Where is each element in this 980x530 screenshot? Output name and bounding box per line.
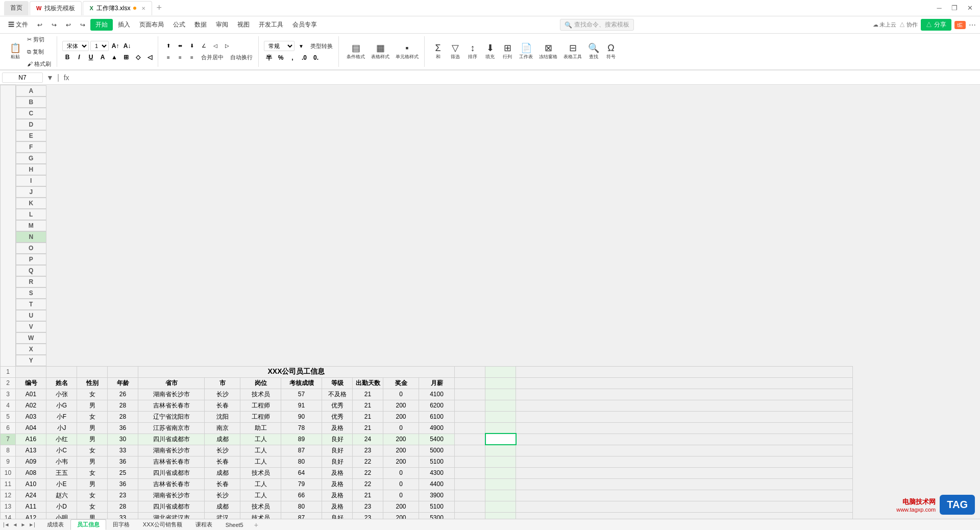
cell-A13[interactable]: A11 — [16, 501, 46, 512]
cell-C10[interactable]: 女 — [77, 467, 108, 478]
col-header-U[interactable]: U — [16, 310, 46, 321]
bold-button[interactable]: B — [62, 52, 72, 62]
formula-input[interactable] — [74, 73, 978, 82]
col-header-B[interactable]: B — [16, 97, 46, 108]
row-num-4[interactable]: 4 — [1, 400, 16, 411]
cell-D10[interactable]: 25 — [108, 467, 138, 478]
col-header-V[interactable]: V — [16, 321, 46, 332]
cell-J10[interactable]: 22 — [353, 467, 383, 478]
font-name-select[interactable]: 宋体 — [62, 41, 89, 51]
cell-rest4[interactable] — [516, 400, 853, 411]
cell-H13[interactable]: 80 — [281, 501, 322, 512]
cell-E10[interactable]: 四川省成都市 — [138, 467, 205, 478]
row-num-14[interactable]: 14 — [1, 512, 16, 519]
cell-G6[interactable]: 助工 — [240, 422, 281, 433]
sum-button[interactable]: Σ 和 — [430, 38, 446, 65]
type-convert-button[interactable]: 类型转换 — [308, 40, 335, 52]
underline-button[interactable]: U — [86, 52, 96, 62]
col-header-G[interactable]: G — [16, 153, 46, 164]
align-top-button[interactable]: ⬆ — [163, 40, 174, 51]
col-header-S[interactable]: S — [16, 287, 46, 299]
cell-E6[interactable]: 江苏省南京市 — [138, 422, 205, 433]
cell-D11[interactable]: 36 — [108, 478, 138, 490]
cell-B1[interactable] — [46, 366, 77, 377]
cell-F14[interactable]: 武汉 — [205, 512, 240, 519]
cell-N3[interactable] — [485, 389, 516, 400]
cell-K10[interactable]: 0 — [383, 467, 419, 478]
cell-E13[interactable]: 四川省成都市 — [138, 501, 205, 512]
cell-M12[interactable] — [455, 490, 485, 501]
cell-I13[interactable]: 及格 — [322, 501, 353, 512]
col-header-H[interactable]: H — [16, 164, 46, 175]
align-middle-button[interactable]: ⬌ — [175, 40, 185, 51]
cell-E3[interactable]: 湖南省长沙市 — [138, 389, 205, 400]
cell-B6[interactable]: 小J — [46, 422, 77, 433]
cell-rest3[interactable] — [516, 389, 853, 400]
cell-M8[interactable] — [455, 445, 485, 456]
cell-rest2[interactable] — [516, 377, 853, 389]
row-num-3[interactable]: 3 — [1, 389, 16, 400]
cell-C11[interactable]: 男 — [77, 478, 108, 490]
cell-L7[interactable]: 5400 — [419, 433, 455, 445]
cell-M3[interactable] — [455, 389, 485, 400]
cell-F7[interactable]: 成都 — [205, 433, 240, 445]
menu-dev[interactable]: 开发工具 — [255, 18, 287, 31]
sheet-first-button[interactable]: |◄ — [2, 522, 11, 527]
cell-J2[interactable]: 出勤天数 — [353, 377, 383, 389]
user-button[interactable]: tE — [954, 21, 966, 29]
cell-N6[interactable] — [485, 422, 516, 433]
cell-style-button[interactable]: ▪ 单元格样式 — [393, 38, 421, 65]
cell-K7[interactable]: 200 — [383, 433, 419, 445]
cell-G14[interactable]: 技术员 — [240, 512, 281, 519]
cell-L12[interactable]: 3900 — [419, 490, 455, 501]
cell-J7[interactable]: 24 — [353, 433, 383, 445]
cell-E1-title[interactable]: XXX公司员工信息 — [138, 366, 455, 377]
add-tab-button[interactable]: + — [153, 3, 165, 13]
cell-L5[interactable]: 6100 — [419, 411, 455, 422]
cell-D2[interactable]: 年龄 — [108, 377, 138, 389]
cell-A5[interactable]: A03 — [16, 411, 46, 422]
cell-M9[interactable] — [455, 456, 485, 467]
merge-center-button[interactable]: 合并居中 — [199, 52, 226, 63]
italic-button[interactable]: I — [74, 52, 84, 62]
cell-F10[interactable]: 成都 — [205, 467, 240, 478]
menu-undo2[interactable]: ↩ — [62, 19, 75, 31]
col-header-E[interactable]: E — [16, 130, 46, 141]
cell-N12[interactable] — [485, 490, 516, 501]
cell-K2[interactable]: 奖金 — [383, 377, 419, 389]
cell-M2[interactable] — [455, 377, 485, 389]
col-header-N[interactable]: N — [16, 231, 46, 243]
cell-C13[interactable]: 女 — [77, 501, 108, 512]
cell-D13[interactable]: 28 — [108, 501, 138, 512]
col-header-W[interactable]: W — [16, 332, 46, 344]
cell-E14[interactable]: 湖北省武汉市 — [138, 512, 205, 519]
font-color-button[interactable]: A — [97, 52, 108, 62]
cell-E9[interactable]: 吉林省长春市 — [138, 456, 205, 467]
cell-K3[interactable]: 0 — [383, 389, 419, 400]
copy-button[interactable]: ⧉ 复制 — [24, 46, 54, 57]
sheet-last-button[interactable]: ►| — [28, 522, 36, 527]
cell-C8[interactable]: 女 — [77, 445, 108, 456]
menu-start-btn[interactable]: 开始 — [90, 19, 113, 31]
table-style-button[interactable]: ▦ 表格样式 — [369, 38, 392, 65]
cell-C7[interactable]: 男 — [77, 433, 108, 445]
sheet-prev-button[interactable]: ◄ — [12, 522, 19, 527]
cell-L6[interactable]: 4900 — [419, 422, 455, 433]
search-box[interactable]: 🔍 查找命令、搜索模板 — [560, 19, 634, 31]
cell-B2[interactable]: 姓名 — [46, 377, 77, 389]
thousand-button[interactable]: % — [276, 53, 286, 63]
menu-formula[interactable]: 公式 — [169, 18, 189, 31]
cell-rest12[interactable] — [516, 490, 853, 501]
cell-F12[interactable]: 长沙 — [205, 490, 240, 501]
tab-home[interactable]: 首页 — [4, 1, 29, 15]
cell-J3[interactable]: 21 — [353, 389, 383, 400]
cell-B13[interactable]: 小D — [46, 501, 77, 512]
row-num-7[interactable]: 7 — [1, 433, 16, 445]
cell-G12[interactable]: 工人 — [240, 490, 281, 501]
cell-K4[interactable]: 200 — [383, 400, 419, 411]
cell-G5[interactable]: 工程师 — [240, 411, 281, 422]
cell-H7[interactable]: 89 — [281, 433, 322, 445]
cell-C12[interactable]: 女 — [77, 490, 108, 501]
cell-rest10[interactable] — [516, 467, 853, 478]
cell-J6[interactable]: 21 — [353, 422, 383, 433]
